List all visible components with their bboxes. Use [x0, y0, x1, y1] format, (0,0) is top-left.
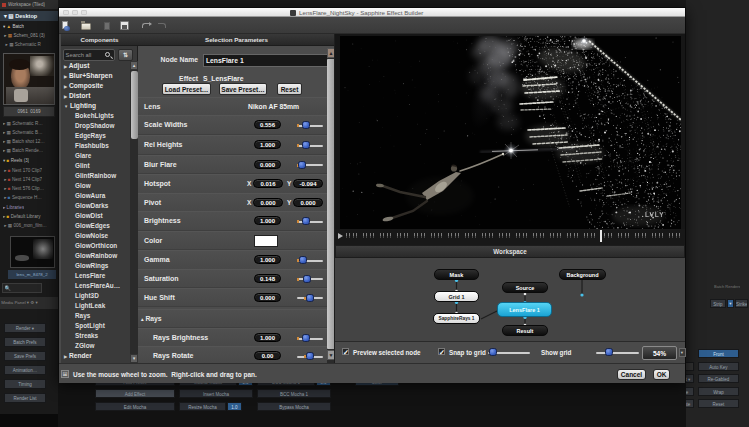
svg-text:LVLY: LVLY	[645, 211, 665, 218]
